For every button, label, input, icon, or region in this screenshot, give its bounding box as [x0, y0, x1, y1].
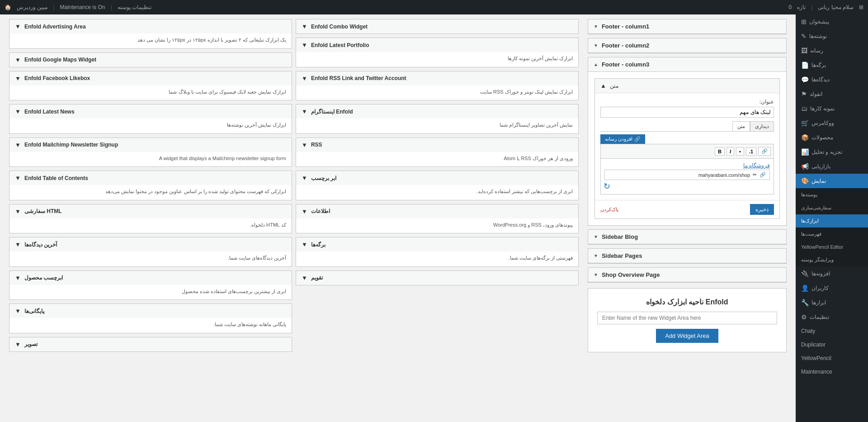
bold-btn[interactable]: B	[715, 147, 725, 156]
sidebar-blog-header[interactable]: Sidebar Blog ▼	[588, 230, 786, 244]
refresh-btn[interactable]: ↻	[604, 181, 610, 191]
sidebar-item-comments[interactable]: 💬 دیدگاه‌ها	[796, 72, 868, 87]
wp-logo[interactable]: 🏠	[5, 4, 11, 10]
sidebar-item-appearance[interactable]: 🎨 نمایش	[796, 174, 868, 188]
widget-card-advertising: Enfold Advertising Area ▼ یک ابزارک تبلی…	[9, 19, 292, 49]
widget-card-meta-header[interactable]: اطلاعات ▼	[296, 204, 578, 218]
sidebar-item-settings[interactable]: ⚙ تنظیمات	[796, 310, 868, 324]
sidebar-item-products[interactable]: 📦 محصولات	[796, 130, 868, 145]
widget-card-meta-desc: پیوندهای ورود، RSS و WordPress.org	[296, 218, 578, 233]
admin-bar: ⊞ سلام محیا ربانی | تازه 0 تنظیمات پوسته…	[0, 0, 868, 14]
widget-card-googlemaps-header[interactable]: Enfold Google Maps Widget ▼	[9, 53, 292, 67]
visual-tab[interactable]: دیداری	[750, 121, 774, 131]
text-widget-header[interactable]: متن ▲	[595, 79, 779, 93]
widget-card-portfolio-header[interactable]: Enfold Latest Portfolio ▼	[296, 38, 578, 52]
main-content: Footer - column1 ▼ Footer - column2 ▼ Fo…	[0, 14, 796, 422]
editor-area[interactable]: فروشگاه ما 🔗 ✏ mahyarabani.com/shop ↻	[600, 158, 774, 194]
sidebar-item-portfolio[interactable]: 🗂 نمونه کارها	[796, 101, 868, 116]
sidebar-item-chaty[interactable]: Chaty	[796, 324, 868, 338]
widget-card-product-tag-header[interactable]: ابرچسب محصول ▼	[9, 271, 292, 285]
widget-card-instagram-header[interactable]: Enfold اینستاگرام ▼	[296, 104, 578, 119]
widgets-col2: Enfold Advertising Area ▼ یک ابزارک تبلی…	[9, 19, 292, 356]
menu-link[interactable]: میین وردپرس	[17, 4, 47, 10]
widget-card-facebook-desc: ابزارک نمایش جعبه لایک فیسبوک برای سایت …	[9, 85, 292, 100]
widget-card-html: HTML سفارشی ▼ کد HTML دلخواه.	[9, 204, 292, 234]
widget-card-meta: اطلاعات ▼ پیوندهای ورود، RSS و WordPress…	[296, 204, 579, 234]
widget-card-archives-header[interactable]: پایگانی‌ها ▼	[9, 304, 292, 318]
sidebar-item-analytics[interactable]: 📊 تجزیه و تحلیل	[796, 145, 868, 159]
sidebar-item-marketing[interactable]: 📢 بازاریابی	[796, 159, 868, 174]
widget-card-recent-comments-header[interactable]: آخرین دیدگاه‌ها ▼	[9, 237, 292, 251]
sidebar-item-yellowpencil-editor[interactable]: YellowPencil Editor	[796, 241, 868, 253]
widget-card-archives: پایگانی‌ها ▼ پایگانی ماهانه نوشته‌های سا…	[9, 303, 292, 333]
widget-card-toc-header[interactable]: Enfold Table of Contents ▼	[9, 171, 292, 185]
widget-card-portfolio-title: Enfold Latest Portfolio	[311, 42, 369, 48]
widget-card-image-header[interactable]: تصویر ▼	[9, 337, 292, 351]
site-name[interactable]: سلام محیا ربانی	[818, 4, 854, 10]
add-widget-area-button[interactable]: Add Widget Area	[656, 329, 718, 343]
footer-column2-header[interactable]: Footer - column2 ▼	[588, 38, 786, 53]
sidebar-item-widgets[interactable]: ابزارک‌ها	[796, 214, 868, 228]
sidebar-item-users[interactable]: 👤 کاربران	[796, 281, 868, 295]
sidebar-item-yellowpencil[interactable]: YellowPencil	[796, 351, 868, 365]
widget-card-facebook-title: Enfold Facebook Likebox	[24, 75, 90, 81]
widget-card-image-chevron: ▼	[15, 341, 21, 348]
widget-card-advertising-header[interactable]: Enfold Advertising Area ▼	[9, 19, 292, 33]
settings-link[interactable]: تنظیمات پوسته	[118, 4, 151, 10]
shop-link-text[interactable]: فروشگاه ما	[743, 162, 770, 169]
ol-btn[interactable]: 1.	[746, 147, 756, 156]
sidebar-item-themes[interactable]: پوسته‌ها	[796, 188, 868, 201]
new-item-link[interactable]: تازه	[797, 4, 806, 10]
widget-card-latest-news-header[interactable]: Enfold Latest News ▼	[9, 104, 292, 119]
sidebar-item-theme-editor[interactable]: ویرایشگر پوسته	[796, 253, 868, 266]
sidebar-item-tools[interactable]: 🔧 ابزارها	[796, 295, 868, 310]
delete-link[interactable]: پاک‌کردن	[600, 207, 618, 213]
widget-card-rss-header[interactable]: RSS ▼	[296, 138, 578, 152]
widget-card-tagcloud-header[interactable]: ابر برچسب ▼	[296, 171, 578, 185]
sidebar-item-enfold[interactable]: ⚑ انفولد	[796, 87, 868, 101]
updates-badge[interactable]: 0	[789, 4, 792, 10]
widget-card-mailchimp: Enfold Mailchimp Newsletter Signup ▼ A w…	[9, 138, 292, 167]
sidebar-label-chaty: Chaty	[801, 328, 815, 334]
widget-card-recent-comments-chevron: ▼	[15, 241, 21, 248]
footer-column1-header[interactable]: Footer - column1 ▼	[588, 19, 786, 34]
footer-column3-header[interactable]: Footer - column3 ▲	[588, 57, 786, 72]
widget-card-rss-twitter: Enfold RSS Link and Twitter Account ▼ اب…	[296, 71, 579, 101]
text-tab[interactable]: متن	[732, 121, 750, 131]
add-widget-area-input[interactable]	[597, 312, 777, 324]
pages-icon: 📄	[801, 62, 809, 69]
sidebar-item-customize[interactable]: سفارشی‌سازی	[796, 201, 868, 214]
edit-icon[interactable]: ✏	[753, 172, 757, 178]
sidebar-item-maintenance[interactable]: Maintenance	[796, 365, 868, 379]
save-button[interactable]: ذخیره	[750, 204, 774, 215]
title-field-input[interactable]	[600, 107, 774, 118]
footer-column2-title: Footer - column2	[602, 42, 649, 49]
sidebar-item-pages[interactable]: 📄 برگه‌ها	[796, 58, 868, 72]
widget-card-facebook-header[interactable]: Enfold Facebook Likebox ▼	[9, 71, 292, 85]
sidebar-pages-header[interactable]: Sidebar Pages ▼	[588, 249, 786, 263]
widget-card-mailchimp-header[interactable]: Enfold Mailchimp Newsletter Signup ▼	[9, 138, 292, 152]
widget-card-pages-header[interactable]: برگه‌ها ▼	[296, 237, 578, 251]
sidebar-item-plugins[interactable]: 🔌 افزونه‌ها	[796, 266, 868, 281]
maintenance-link[interactable]: Maintenance is On	[60, 4, 105, 10]
sidebar-item-media[interactable]: 🖼 رسانه	[796, 43, 868, 58]
link-btn[interactable]: 🔗	[758, 147, 771, 156]
add-media-button[interactable]: 🔗 افزودن رسانه	[600, 134, 645, 144]
widget-card-tagcloud-desc: ابری از برچسب‌هایی که بیشتر استفاده کرده…	[296, 185, 578, 200]
sidebar-item-woocommerce[interactable]: 🛒 ووکامرس	[796, 116, 868, 130]
footer-column1-title: Footer - column1	[602, 23, 649, 30]
sidebar-label-marketing: بازاریابی	[811, 163, 830, 170]
widget-card-calendar-header[interactable]: تقویم ▼	[296, 271, 578, 285]
widget-card-combo-header[interactable]: Enfold Combo Widget ▼	[296, 19, 578, 33]
widget-card-html-header[interactable]: HTML سفارشی ▼	[9, 204, 292, 218]
sidebar-item-posts[interactable]: ✎ نوشته‌ها	[796, 29, 868, 43]
widget-card-rss-twitter-header[interactable]: Enfold RSS Link and Twitter Account ▼	[296, 71, 578, 85]
sidebar-item-menus[interactable]: فهرست‌ها	[796, 228, 868, 241]
wordpress-icon[interactable]: ⊞	[859, 4, 863, 10]
italic-btn[interactable]: I	[726, 147, 734, 156]
ul-btn[interactable]: •	[736, 147, 744, 156]
sidebar-item-dashboard[interactable]: ⊞ پیشخوان	[796, 14, 868, 29]
unlink-icon[interactable]: 🔗	[760, 172, 766, 178]
sidebar-item-duplicator[interactable]: Duplicator	[796, 338, 868, 351]
shop-overview-header[interactable]: Shop Overview Page ▼	[588, 268, 786, 282]
